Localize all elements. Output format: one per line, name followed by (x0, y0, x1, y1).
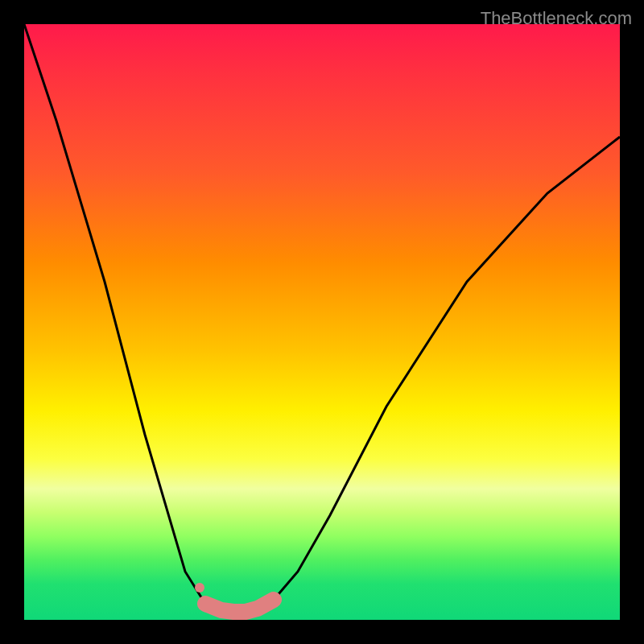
attribution-text: TheBottleneck.com (481, 8, 632, 29)
bottleneck-curve-svg (24, 24, 620, 620)
marker-band (205, 600, 274, 612)
bottleneck-curve-path (24, 24, 620, 612)
marker-top-dot (195, 583, 204, 592)
